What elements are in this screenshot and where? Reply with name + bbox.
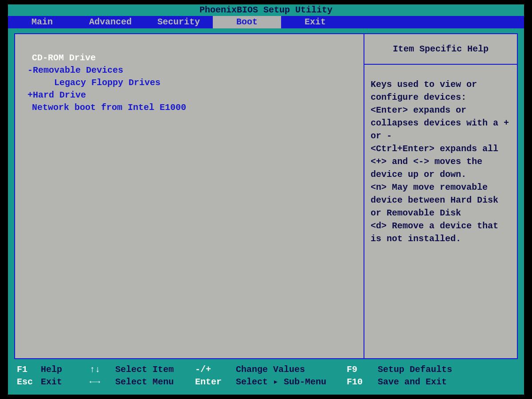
exit-label: Exit bbox=[41, 376, 90, 388]
boot-item-network[interactable]: Network boot from Intel E1000 bbox=[27, 102, 355, 114]
f1-key: F1 bbox=[17, 364, 27, 375]
tab-boot[interactable]: Boot bbox=[213, 16, 281, 28]
help-label: Help bbox=[41, 364, 90, 376]
footer-row-1: F1 Help ↑↓ Select Item -/+ Change Values… bbox=[14, 364, 518, 376]
footer-keys: F1 Help ↑↓ Select Item -/+ Change Values… bbox=[14, 364, 518, 388]
tab-advanced[interactable]: Advanced bbox=[76, 16, 145, 28]
help-title: Item Specific Help bbox=[364, 34, 517, 65]
updown-key: ↑↓ bbox=[90, 364, 100, 375]
boot-order-panel: CD-ROM Drive -Removable Devices Legacy F… bbox=[15, 34, 364, 358]
save-exit-label: Save and Exit bbox=[378, 376, 518, 388]
help-body: Keys used to view or configure devices: … bbox=[364, 65, 517, 251]
f9-key: F9 bbox=[347, 364, 357, 375]
select-menu-label: Select Menu bbox=[115, 376, 195, 388]
esc-key: Esc bbox=[17, 377, 33, 387]
bios-screen: PhoenixBIOS Setup Utility Main Advanced … bbox=[8, 4, 524, 395]
menu-bar: Main Advanced Security Boot Exit bbox=[8, 16, 524, 28]
select-submenu-label: Select ▸ Sub-Menu bbox=[236, 376, 347, 388]
boot-item-cdrom[interactable]: CD-ROM Drive bbox=[27, 52, 355, 64]
tab-main[interactable]: Main bbox=[8, 16, 76, 28]
tab-security[interactable]: Security bbox=[145, 16, 213, 28]
main-area: CD-ROM Drive -Removable Devices Legacy F… bbox=[14, 33, 518, 359]
tab-exit[interactable]: Exit bbox=[281, 16, 349, 28]
leftright-key: ←→ bbox=[90, 377, 100, 387]
boot-item-floppy[interactable]: Legacy Floppy Drives bbox=[27, 77, 355, 89]
enter-key: Enter bbox=[195, 377, 222, 387]
footer-row-2: Esc Exit ←→ Select Menu Enter Select ▸ S… bbox=[14, 376, 518, 388]
plusminus-key: -/+ bbox=[195, 364, 211, 375]
setup-defaults-label: Setup Defaults bbox=[378, 364, 518, 376]
boot-item-harddrive[interactable]: +Hard Drive bbox=[27, 89, 355, 102]
f10-key: F10 bbox=[347, 377, 363, 387]
help-panel: Item Specific Help Keys used to view or … bbox=[364, 34, 517, 358]
boot-item-removable[interactable]: -Removable Devices bbox=[27, 64, 355, 77]
change-values-label: Change Values bbox=[236, 364, 347, 376]
select-item-label: Select Item bbox=[115, 364, 195, 376]
page-title: PhoenixBIOS Setup Utility bbox=[8, 4, 524, 16]
